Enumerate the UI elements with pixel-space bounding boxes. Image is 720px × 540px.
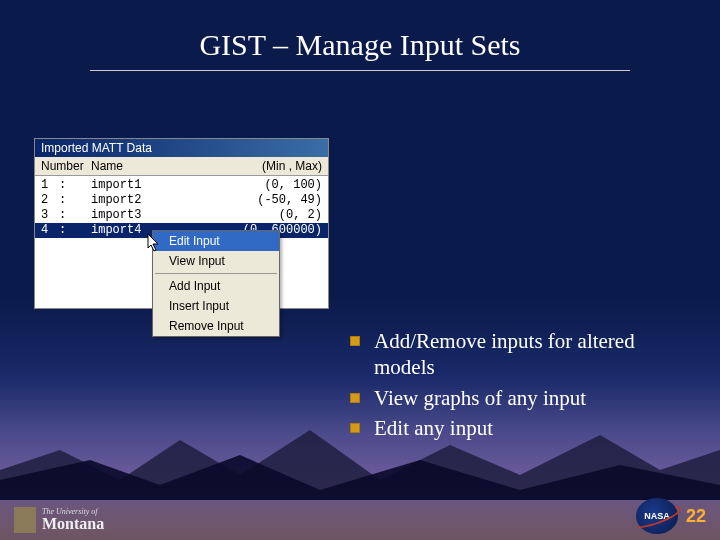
col-range: (Min , Max) (242, 159, 322, 173)
bullet-item: Edit any input (350, 415, 680, 441)
bullet-item: Add/Remove inputs for altered models (350, 328, 680, 381)
menu-separator (155, 273, 277, 274)
col-name: Name (91, 159, 242, 173)
nasa-logo-icon: NASA (636, 498, 678, 534)
cursor-icon (147, 233, 161, 253)
table-row[interactable]: 1 : import1 (0, 100) (35, 178, 328, 193)
footer: The University of Montana (0, 500, 720, 540)
panel-titlebar: Imported MATT Data (35, 139, 328, 157)
bullet-item: View graphs of any input (350, 385, 680, 411)
bullet-icon (350, 393, 360, 403)
montana-crest-icon (14, 507, 36, 533)
university-logo: The University of Montana (14, 507, 104, 533)
bullet-icon (350, 423, 360, 433)
menu-edit-input[interactable]: Edit Input (153, 231, 279, 251)
menu-insert-input[interactable]: Insert Input (153, 296, 279, 316)
menu-remove-input[interactable]: Remove Input (153, 316, 279, 336)
panel-column-headers: Number Name (Min , Max) (35, 157, 328, 176)
menu-view-input[interactable]: View Input (153, 251, 279, 271)
title-underline (90, 70, 630, 71)
context-menu[interactable]: Edit Input View Input Add Input Insert I… (152, 230, 280, 337)
menu-add-input[interactable]: Add Input (153, 276, 279, 296)
bullet-icon (350, 336, 360, 346)
bullet-list: Add/Remove inputs for altered models Vie… (350, 328, 680, 445)
slide-title: GIST – Manage Input Sets (0, 0, 720, 70)
col-number: Number (41, 159, 91, 173)
footer-right: NASA 22 (636, 498, 706, 534)
table-row[interactable]: 2 : import2 (-50, 49) (35, 193, 328, 208)
page-number: 22 (686, 506, 706, 527)
table-row[interactable]: 3 : import3 (0, 2) (35, 208, 328, 223)
